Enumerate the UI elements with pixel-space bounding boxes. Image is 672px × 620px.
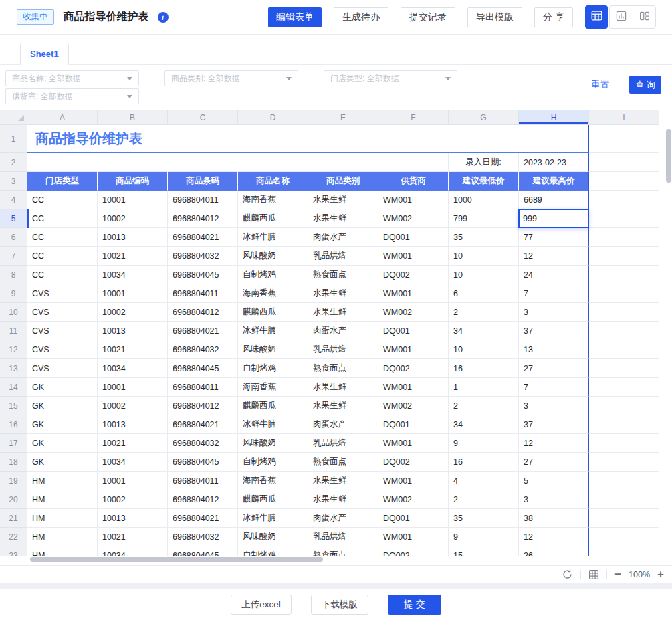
filter-supplier[interactable]: 供货商: 全部数据 — [5, 88, 139, 104]
cell[interactable]: 麒麟西瓜 — [238, 209, 308, 228]
cell[interactable]: 麒麟西瓜 — [238, 397, 308, 415]
cell[interactable]: 7 — [519, 378, 589, 397]
cell[interactable]: 6968804012 — [168, 209, 238, 228]
cell[interactable]: 肉蛋水产 — [308, 228, 378, 247]
cell[interactable]: WM002 — [378, 303, 449, 322]
cell[interactable]: GK — [27, 397, 98, 415]
cell[interactable]: 35 — [449, 228, 519, 247]
row-number[interactable]: 5 — [0, 209, 27, 228]
cell[interactable]: GK — [27, 434, 98, 453]
cell[interactable]: 自制烤鸡 — [238, 453, 308, 472]
cell[interactable]: WM001 — [378, 378, 449, 397]
cell[interactable]: 24 — [519, 266, 589, 284]
cell[interactable]: 6968804045 — [168, 453, 238, 472]
cell[interactable]: DQ001 — [378, 509, 449, 528]
cell[interactable]: 10021 — [98, 528, 168, 546]
export-template-button[interactable]: 导出模版 — [467, 7, 522, 27]
cell[interactable]: 6968804032 — [168, 247, 238, 266]
cell[interactable]: 冰鲜牛腩 — [238, 509, 308, 528]
cell[interactable]: HM — [27, 528, 98, 546]
cell[interactable]: 10013 — [98, 415, 168, 434]
cell[interactable]: 肉蛋水产 — [308, 415, 378, 434]
cell[interactable]: 6968804012 — [168, 303, 238, 322]
row-number[interactable]: 2 — [0, 153, 27, 172]
cell[interactable]: 7 — [519, 284, 589, 303]
cell[interactable]: CC — [27, 266, 98, 284]
cell[interactable]: 37 — [519, 415, 589, 434]
cell[interactable]: 10034 — [98, 546, 168, 556]
cell[interactable]: 风味酸奶 — [238, 434, 308, 453]
cell[interactable]: 16 — [449, 453, 519, 472]
cell[interactable]: 6968804011 — [168, 378, 238, 397]
cell[interactable]: 6968804032 — [168, 340, 238, 359]
row-number[interactable]: 4 — [0, 191, 27, 209]
cell[interactable]: 15 — [449, 546, 519, 556]
cell[interactable]: 水果生鲜 — [308, 191, 378, 209]
cell[interactable]: 77 — [519, 228, 589, 247]
row-number[interactable]: 1 — [0, 125, 27, 153]
cell[interactable]: 12 — [519, 528, 589, 546]
entry-date-value-cell[interactable]: 2023-02-23 — [519, 153, 589, 172]
column-header-G[interactable]: G — [449, 110, 519, 125]
cell[interactable]: HM — [27, 546, 98, 556]
cell[interactable]: 10021 — [98, 434, 168, 453]
cell[interactable]: CVS — [27, 303, 98, 322]
cell[interactable]: 10002 — [98, 397, 168, 415]
cell[interactable]: 1 — [449, 378, 519, 397]
cell[interactable]: 2 — [449, 490, 519, 509]
info-icon[interactable]: i — [158, 12, 169, 23]
cell[interactable]: 10001 — [98, 378, 168, 397]
cell[interactable]: HM — [27, 509, 98, 528]
cell[interactable]: WM001 — [378, 528, 449, 546]
cell[interactable] — [589, 415, 659, 434]
cell[interactable] — [27, 153, 449, 172]
cell[interactable]: 乳品烘焙 — [308, 340, 378, 359]
cell[interactable]: 9 — [449, 528, 519, 546]
cell[interactable]: 自制烤鸡 — [238, 359, 308, 378]
row-number[interactable]: 6 — [0, 228, 27, 247]
cell[interactable] — [589, 172, 659, 191]
cell[interactable] — [589, 453, 659, 472]
cell[interactable] — [589, 209, 659, 228]
cell[interactable]: 34 — [449, 322, 519, 340]
cell[interactable]: 12 — [519, 434, 589, 453]
grid-settings-icon[interactable] — [588, 569, 599, 580]
cell[interactable]: 6968804011 — [168, 472, 238, 490]
cell[interactable] — [589, 340, 659, 359]
row-number[interactable]: 18 — [0, 453, 27, 472]
sheet-view-button[interactable] — [585, 5, 608, 29]
cell[interactable]: 9 — [449, 434, 519, 453]
cell[interactable]: WM001 — [378, 284, 449, 303]
zoom-in-button[interactable]: + — [657, 569, 664, 580]
cell[interactable]: 2 — [449, 397, 519, 415]
column-header-A[interactable]: A — [27, 110, 98, 125]
row-number[interactable]: 12 — [0, 340, 27, 359]
zoom-out-button[interactable]: − — [614, 569, 621, 580]
row-number[interactable]: 8 — [0, 266, 27, 284]
cell[interactable]: 冰鲜牛腩 — [238, 322, 308, 340]
column-header-F[interactable]: F — [378, 110, 449, 125]
cell[interactable]: 海南香蕉 — [238, 472, 308, 490]
cell[interactable] — [589, 397, 659, 415]
refresh-icon[interactable] — [562, 569, 573, 580]
cell[interactable]: 10002 — [98, 303, 168, 322]
reset-link[interactable]: 重置 — [591, 79, 610, 91]
cell[interactable]: 4 — [449, 472, 519, 490]
column-header-I[interactable]: I — [589, 110, 659, 125]
row-number[interactable]: 19 — [0, 472, 27, 490]
cell[interactable]: 熟食面点 — [308, 546, 378, 556]
cell[interactable]: 6689 — [519, 191, 589, 209]
cell[interactable]: CVS — [27, 322, 98, 340]
cell[interactable]: WM001 — [378, 472, 449, 490]
cell[interactable]: 6968804021 — [168, 228, 238, 247]
submit-records-button[interactable]: 提交记录 — [401, 7, 455, 27]
cell[interactable]: 10 — [449, 247, 519, 266]
cell[interactable]: 海南香蕉 — [238, 191, 308, 209]
cell[interactable]: GK — [27, 453, 98, 472]
vertical-scrollbar[interactable] — [666, 129, 671, 183]
cell[interactable]: DQ002 — [378, 453, 449, 472]
cell[interactable]: 10021 — [98, 340, 168, 359]
cell[interactable] — [589, 322, 659, 340]
cell[interactable]: 6 — [449, 284, 519, 303]
cell[interactable]: 38 — [519, 509, 589, 528]
